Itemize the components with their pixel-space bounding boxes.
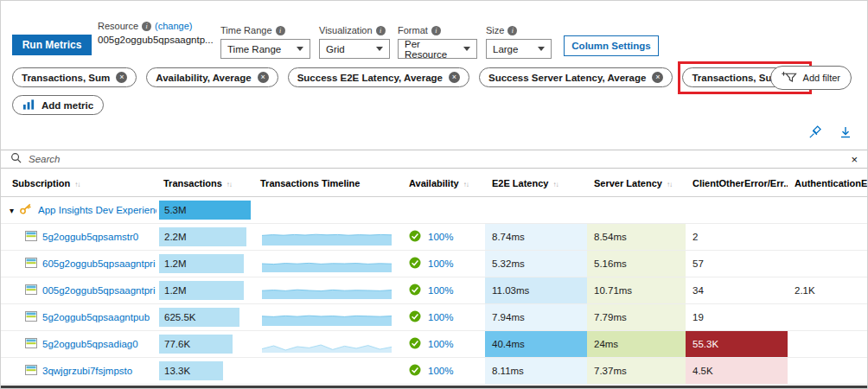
table-row[interactable]: 5g2oggub5qpsaagntpub 625.5K 100% 7.94ms … — [1, 304, 868, 331]
subscription-link[interactable]: App Insights Dev Experience — [38, 205, 156, 215]
resource-link[interactable]: 605g2oggub5qpsaagntpri — [42, 258, 155, 269]
transactions-value: 2.2M — [164, 232, 187, 242]
e2e-latency-cell: 8.74ms — [485, 224, 587, 251]
auth-error-cell — [788, 224, 868, 251]
chevron-down-icon — [463, 47, 470, 51]
column-header[interactable]: Server Latency↑↓ — [587, 169, 686, 197]
add-filter-button[interactable]: Add filter — [770, 66, 852, 90]
column-header[interactable]: Transactions Timeline — [253, 169, 402, 197]
timeline-sparkline — [262, 335, 392, 353]
timeline-sparkline — [262, 255, 392, 272]
group-row[interactable]: ▾ App Insights Dev Experience — [1, 197, 868, 224]
chevron-down-icon — [538, 47, 545, 51]
remove-metric-icon[interactable]: × — [258, 72, 269, 83]
availability-value[interactable]: 100% — [428, 339, 453, 349]
column-label: AuthenticationErr... — [795, 178, 868, 188]
table-row[interactable]: 005g2oggub5qpsaagntpri 1.2M 100% 11.03ms… — [1, 277, 868, 304]
server-latency-cell: 7.37ms — [587, 358, 686, 385]
sort-icon: ↑↓ — [552, 181, 558, 188]
pill-label: Success E2E Latency, Average — [297, 73, 443, 83]
pin-icon[interactable] — [807, 124, 822, 140]
e2e-latency-cell: 11.03ms — [485, 277, 587, 304]
auth-error-cell — [788, 251, 868, 277]
search-input[interactable] — [29, 154, 844, 164]
transactions-value: 13.3K — [164, 366, 190, 376]
resource-link[interactable]: 5g2oggub5qpsaagntpub — [42, 312, 150, 322]
grid-actions — [807, 124, 853, 140]
add-metric-button[interactable]: Add metric — [12, 95, 104, 115]
auth-error-cell — [788, 304, 868, 331]
availability-value[interactable]: 100% — [428, 312, 453, 322]
metric-pill[interactable]: Success Server Latency, Average × — [479, 67, 673, 87]
size-dropdown[interactable]: Large — [486, 39, 552, 59]
transactions-value: 77.6K — [164, 339, 190, 349]
column-header[interactable]: Subscription↑↓ — [1, 169, 156, 197]
sort-icon: ↑↓ — [463, 181, 469, 188]
transactions-value: 5.3M — [164, 205, 187, 215]
column-label: Transactions Timeline — [260, 178, 360, 188]
column-header[interactable]: E2E Latency↑↓ — [485, 169, 587, 197]
transactions-bar: 13.3K — [159, 361, 223, 380]
resource-link[interactable]: 3qwjgrzubi7fsjmpsto — [42, 366, 132, 376]
column-header[interactable]: Transactions↑↓ — [156, 169, 253, 197]
run-metrics-button[interactable]: Run Metrics — [12, 35, 92, 55]
group-transactions-bar: 5.3M — [159, 201, 251, 220]
visualization-dropdown[interactable]: Grid — [319, 39, 390, 59]
availability-check-icon — [409, 284, 421, 297]
time-range-dropdown[interactable]: Time Range — [220, 39, 310, 59]
transactions-bar: 77.6K — [159, 335, 233, 354]
table-row[interactable]: 5g2oggub5qpsamstr0 2.2M 100% 8.74ms 8.54… — [1, 224, 868, 251]
metrics-grid: Subscription↑↓ Transactions↑↓ Transactio… — [1, 169, 867, 385]
transactions-value: 1.2M — [164, 285, 187, 296]
column-header[interactable]: AuthenticationErr...↑↓ — [788, 169, 868, 197]
transactions-bar: 625.5K — [159, 308, 239, 327]
sort-icon: ↑↓ — [227, 181, 232, 188]
metric-pill[interactable]: Availability, Average × — [146, 67, 278, 87]
window-bottom-edge — [1, 386, 867, 388]
availability-value[interactable]: 100% — [428, 232, 453, 242]
search-icon — [10, 151, 22, 167]
column-label: Availability — [409, 178, 459, 188]
column-settings-button[interactable]: Column Settings — [564, 35, 659, 56]
column-header[interactable]: Availability↑↓ — [402, 169, 485, 197]
time-range-label: Time Range — [220, 25, 272, 35]
auth-error-cell — [788, 331, 868, 358]
size-label: Size — [486, 25, 504, 35]
table-body: ▾ App Insights Dev Experience — [1, 197, 868, 385]
availability-value[interactable]: 100% — [428, 258, 453, 269]
resource-link[interactable]: 5g2oggub5qpsadiag0 — [42, 339, 138, 349]
timeline-sparkline — [262, 309, 392, 326]
availability-value[interactable]: 100% — [428, 366, 453, 376]
metric-pill[interactable]: Success E2E Latency, Average × — [288, 67, 469, 87]
storage-account-icon — [25, 231, 37, 243]
table-row[interactable]: 5g2oggub5qpsadiag0 77.6K 100% 40.4ms 24m… — [1, 331, 868, 358]
table-row[interactable]: 3qwjgrzubi7fsjmpsto 13.3K 100% 8.11ms 7.… — [1, 358, 868, 385]
clear-search-icon[interactable]: × — [851, 154, 858, 165]
azure-metrics-blade: Run Metrics Resource i (change) 005g2ogg… — [0, 0, 868, 389]
storage-account-icon — [25, 365, 37, 377]
timeline-sparkline — [262, 228, 392, 246]
visualization-control: Visualization i Grid — [319, 25, 390, 59]
resource-link[interactable]: 005g2oggub5qpsaagntpri — [42, 285, 155, 296]
collapse-icon[interactable]: ▾ — [10, 206, 14, 215]
availability-check-icon — [409, 364, 421, 378]
remove-metric-icon[interactable]: × — [116, 72, 127, 83]
metric-pill[interactable]: Transactions, Sum × — [12, 67, 137, 87]
format-dropdown[interactable]: Per Resource — [398, 39, 477, 59]
resource-value[interactable]: 005g2oggub5qpsaagntp... — [98, 35, 217, 45]
add-filter-label: Add filter — [803, 73, 840, 83]
pill-label: Success Server Latency, Average — [488, 73, 646, 83]
visualization-value: Grid — [326, 44, 345, 54]
storage-account-icon — [25, 311, 37, 323]
remove-metric-icon[interactable]: × — [449, 72, 460, 83]
resource-link[interactable]: 5g2oggub5qpsamstr0 — [42, 232, 138, 242]
table-row[interactable]: 605g2oggub5qpsaagntpri 1.2M 100% 5.32ms … — [1, 251, 868, 277]
availability-value[interactable]: 100% — [428, 285, 453, 296]
bar-chart-icon — [22, 99, 35, 112]
download-icon[interactable] — [838, 124, 853, 140]
sort-icon: ↑↓ — [667, 181, 672, 188]
resource-change-link[interactable]: (change) — [155, 21, 192, 31]
column-header[interactable]: ClientOtherError/Err...↑↓ — [686, 169, 788, 197]
remove-metric-icon[interactable]: × — [652, 72, 663, 83]
timeline-sparkline — [262, 362, 392, 379]
